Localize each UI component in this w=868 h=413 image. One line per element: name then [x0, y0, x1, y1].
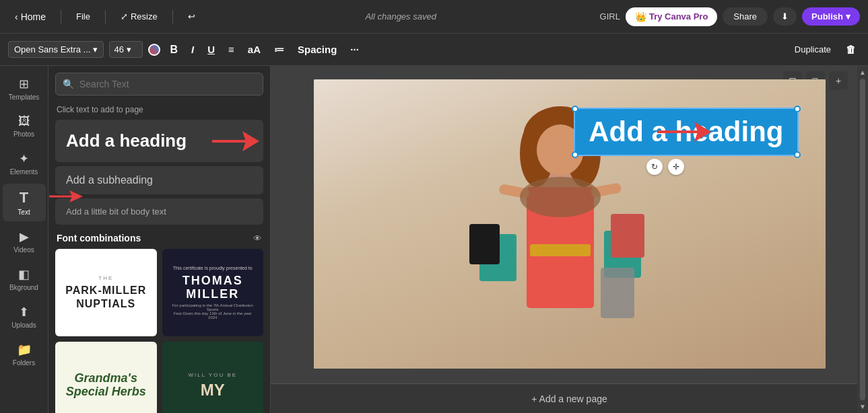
- italic-icon: I: [191, 44, 194, 55]
- search-icon: 🔍: [63, 79, 74, 89]
- background-label: Bkground: [9, 284, 38, 291]
- miller-cert-text: This certificate is proudly presented to: [173, 266, 253, 270]
- canvas-scrollbar[interactable]: ▲ ▼: [857, 66, 868, 413]
- font-name-label: Open Sans Extra ...: [14, 44, 90, 54]
- heading-red-arrow: [212, 128, 259, 155]
- move-ctrl[interactable]: ✛: [668, 159, 684, 175]
- sidebar-item-background[interactable]: ◧ Bkground: [3, 262, 46, 297]
- add-heading-button[interactable]: Add a heading: [55, 120, 263, 162]
- publish-button[interactable]: Publish ▾: [802, 7, 860, 26]
- underline-button[interactable]: U: [203, 41, 219, 58]
- sidebar-item-videos[interactable]: ▶ Videos: [3, 224, 46, 259]
- home-button[interactable]: ‹ Home: [8, 7, 53, 26]
- canvas-add-icon[interactable]: +: [829, 71, 848, 90]
- file-label: File: [76, 11, 90, 22]
- photos-label: Photos: [13, 130, 34, 138]
- font-size-selector[interactable]: 46 ▾: [109, 41, 143, 58]
- font-chevron-icon: ▾: [93, 44, 98, 54]
- left-panel: 🔍 Click text to add to page Add a headin…: [48, 66, 271, 413]
- text-label: Text: [18, 209, 30, 216]
- sidebar-item-folders[interactable]: 📁 Folders: [3, 337, 46, 372]
- sidebar-item-text[interactable]: T Text: [3, 184, 46, 221]
- hide-icon: 👁: [253, 233, 262, 243]
- share-button[interactable]: Share: [723, 7, 768, 26]
- doc-title: GIRL: [600, 11, 620, 22]
- svg-rect-13: [530, 244, 591, 256]
- crown-icon: 👑: [635, 11, 646, 22]
- download-icon: ⬇: [781, 11, 789, 22]
- undo-button[interactable]: ↩: [181, 7, 202, 26]
- try-canva-pro-button[interactable]: 👑 Try Canva Pro: [626, 7, 717, 26]
- scroll-down-button[interactable]: ▼: [859, 403, 866, 410]
- download-button[interactable]: ⬇: [773, 7, 797, 26]
- font-combo-grandmas[interactable]: Grandma'sSpecial Herbs: [55, 342, 157, 413]
- text-options: Add a heading Add a subheading Add a lit…: [48, 120, 270, 225]
- spacing-button[interactable]: Spacing: [294, 41, 341, 58]
- sidebar-item-elements[interactable]: ✦ Elements: [3, 146, 46, 181]
- add-subheading-label: Add a subheading: [66, 174, 153, 186]
- scroll-thumb[interactable]: [860, 79, 865, 400]
- willube-be-text: MY: [201, 381, 225, 400]
- nav-divider-3: [172, 10, 173, 24]
- add-new-page-bar[interactable]: + Add a new page: [271, 383, 868, 413]
- undo-icon: ↩: [188, 11, 195, 22]
- add-new-page-button[interactable]: + Add a new page: [531, 393, 607, 404]
- font-combos-title: Font combinations: [57, 233, 141, 243]
- add-body-text-label: Add a little bit of body text: [66, 206, 166, 217]
- home-label: Home: [21, 11, 46, 22]
- delete-icon: 🗑: [846, 44, 856, 55]
- miller-sub-text: For participating in the 7th Annual Char…: [169, 303, 257, 320]
- delete-button[interactable]: 🗑: [842, 41, 860, 58]
- text-icon: T: [20, 189, 28, 206]
- handle-br[interactable]: [794, 151, 801, 158]
- toolbar-right: Duplicate 🗑: [789, 41, 860, 58]
- svg-rect-18: [601, 268, 634, 318]
- svg-rect-15: [469, 224, 500, 264]
- font-combo-nuptials[interactable]: THE PARK-MILLERNUPTIALS: [55, 249, 157, 336]
- align-button[interactable]: ≡: [224, 41, 238, 58]
- bold-button[interactable]: B: [166, 41, 182, 59]
- search-box: 🔍: [55, 73, 263, 96]
- duplicate-button[interactable]: Duplicate: [789, 42, 836, 57]
- rotate-ctrl[interactable]: ↻: [646, 159, 663, 175]
- publish-label: Publish: [811, 11, 843, 22]
- add-subheading-button[interactable]: Add a subheading: [55, 166, 263, 194]
- font-size-chevron-icon: ▾: [127, 44, 131, 54]
- font-combo-grid: THE PARK-MILLERNUPTIALS This certificate…: [48, 249, 270, 413]
- templates-icon: ⊞: [19, 77, 29, 91]
- more-options-button[interactable]: ···: [346, 41, 363, 58]
- text-color-picker[interactable]: [148, 44, 160, 56]
- grandmas-main: Grandma'sSpecial Herbs: [66, 372, 146, 399]
- share-label: Share: [733, 11, 757, 22]
- hide-button[interactable]: 👁: [253, 233, 262, 243]
- nav-center: All changes saved: [207, 11, 595, 22]
- sidebar-item-templates[interactable]: ⊞ Templates: [3, 71, 46, 106]
- scroll-up-button[interactable]: ▲: [859, 69, 866, 76]
- handle-tl[interactable]: [572, 106, 578, 112]
- photos-icon: 🖼: [18, 114, 30, 128]
- align-icon: ≡: [228, 44, 234, 55]
- add-body-text-button[interactable]: Add a little bit of body text: [55, 198, 263, 225]
- canvas-scroll[interactable]: Add a heading ↻ ✛: [271, 66, 868, 383]
- miller-name: THOMAS MILLER: [169, 274, 257, 301]
- sidebar-item-photos[interactable]: 🖼 Photos: [3, 109, 46, 143]
- italic-button[interactable]: I: [187, 41, 198, 58]
- formatting-toolbar: Open Sans Extra ... ▾ 46 ▾ B I U ≡ aA ≔ …: [0, 34, 868, 66]
- resize-label: Resize: [131, 11, 158, 22]
- aa-button[interactable]: aA: [244, 41, 265, 58]
- main-layout: ⊞ Templates 🖼 Photos ✦ Elements T Text ▶…: [0, 66, 868, 413]
- handle-tr[interactable]: [794, 106, 801, 112]
- font-selector[interactable]: Open Sans Extra ... ▾: [8, 41, 104, 58]
- font-combos-header: Font combinations 👁: [48, 225, 270, 249]
- resize-button[interactable]: ⤢ Resize: [114, 7, 164, 26]
- font-combo-miller[interactable]: This certificate is proudly presented to…: [162, 249, 264, 336]
- text-red-arrow: [49, 189, 83, 204]
- spacing-label: Spacing: [298, 44, 337, 55]
- search-input[interactable]: [79, 79, 256, 89]
- font-combo-willube[interactable]: WILL YOU BE MY: [162, 342, 264, 413]
- file-button[interactable]: File: [69, 7, 97, 26]
- add-new-page-label: + Add a new page: [531, 393, 607, 404]
- list-button[interactable]: ≔: [270, 41, 288, 59]
- sidebar-item-uploads[interactable]: ⬆ Uploads: [3, 299, 46, 334]
- click-to-add-hint: Click text to add to page: [48, 102, 270, 120]
